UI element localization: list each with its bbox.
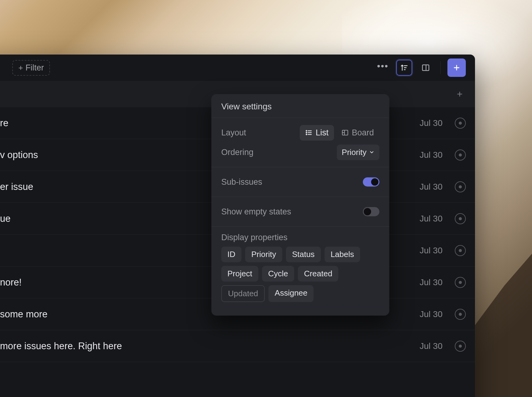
toolbar: + Filter ••• (0, 55, 475, 81)
assignee-avatar-placeholder[interactable] (455, 181, 466, 192)
ordering-label: Ordering (221, 148, 253, 157)
assignee-avatar-placeholder[interactable] (455, 245, 466, 256)
issue-date: Jul 30 (420, 214, 443, 224)
chip-status[interactable]: Status (286, 247, 321, 262)
layout-board-label: Board (352, 128, 374, 138)
view-settings-popover: View settings Layout List Board Ordering (211, 94, 389, 316)
chip-priority[interactable]: Priority (245, 247, 282, 262)
issue-date: Jul 30 (420, 182, 443, 192)
issue-title: more issues here. Right here (0, 341, 420, 352)
issue-date: Jul 30 (420, 246, 443, 255)
list-icon (305, 129, 313, 136)
issue-date: Jul 30 (420, 341, 443, 351)
show-empty-states-label: Show empty states (221, 207, 291, 217)
more-options-button[interactable]: ••• (375, 60, 391, 76)
chevron-down-icon (369, 149, 374, 155)
layout-option-board[interactable]: Board (336, 125, 379, 141)
app-window: + Filter ••• + re Jul 30 v opt (0, 55, 475, 397)
svg-point-8 (306, 134, 307, 135)
ordering-value: Priority (342, 148, 367, 157)
ordering-dropdown[interactable]: Priority (337, 145, 379, 160)
issue-date: Jul 30 (420, 278, 443, 287)
chip-cycle[interactable]: Cycle (262, 266, 294, 282)
board-icon (341, 129, 349, 136)
plus-icon (453, 64, 461, 72)
assignee-avatar-placeholder[interactable] (455, 149, 466, 161)
split-view-button[interactable] (418, 60, 434, 76)
chip-project[interactable]: Project (221, 266, 258, 282)
layout-label: Layout (221, 128, 246, 138)
layout-segmented-control: List Board (300, 125, 379, 141)
chip-created[interactable]: Created (298, 266, 339, 282)
add-issue-in-group-button[interactable]: + (454, 89, 466, 100)
layout-option-list[interactable]: List (300, 125, 334, 141)
issue-date: Jul 30 (420, 309, 443, 319)
toolbar-divider (440, 61, 441, 74)
add-filter-button[interactable]: + Filter (12, 60, 50, 76)
svg-point-6 (306, 132, 307, 133)
assignee-avatar-placeholder[interactable] (455, 277, 466, 288)
issue-date: Jul 30 (420, 118, 443, 128)
chip-updated[interactable]: Updated (221, 285, 265, 302)
svg-point-4 (306, 130, 307, 131)
show-empty-states-toggle[interactable] (363, 207, 379, 216)
sort-icon (400, 64, 408, 72)
issue-row[interactable]: more issues here. Right here Jul 30 (0, 330, 475, 362)
view-settings-button[interactable] (396, 60, 412, 76)
assignee-avatar-placeholder[interactable] (455, 118, 466, 129)
issue-date: Jul 30 (420, 150, 443, 160)
layout-list-label: List (316, 128, 329, 138)
split-view-icon (421, 63, 430, 72)
sub-issues-toggle[interactable] (363, 177, 379, 187)
assignee-avatar-placeholder[interactable] (455, 341, 466, 352)
display-properties-label: Display properties (221, 233, 287, 242)
assignee-avatar-placeholder[interactable] (455, 309, 466, 320)
sub-issues-label: Sub-issues (221, 177, 262, 187)
assignee-avatar-placeholder[interactable] (455, 213, 466, 224)
plus-icon: + (18, 64, 23, 72)
chip-assignee[interactable]: Assignee (268, 285, 314, 302)
chip-id[interactable]: ID (221, 247, 241, 262)
filter-button-label: Filter (25, 63, 44, 73)
popover-title: View settings (211, 94, 389, 118)
display-properties-chips: ID Priority Status Labels Project Cycle … (221, 247, 379, 302)
new-issue-button[interactable] (447, 59, 466, 77)
chip-labels[interactable]: Labels (325, 247, 360, 262)
